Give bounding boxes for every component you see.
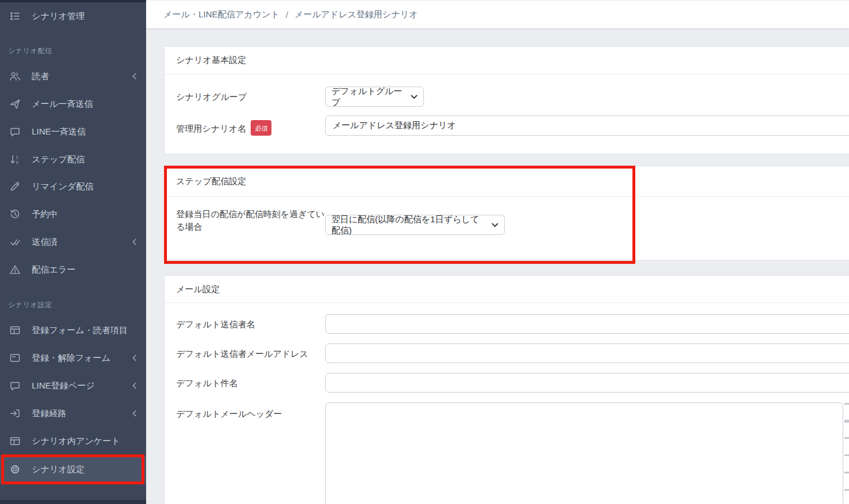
sidebar-bottom-strip [0,500,146,504]
sidebar-item-label: 登録フォーム・読者項目 [32,325,128,336]
sidebar-item-label: 登録経路 [32,408,66,419]
sidebar-item-line-registration-page[interactable]: LINE登録ページ [0,372,146,400]
main-content: メール・LINE配信アカウント / メールアドレス登録用シナリオ シナリオ基本設… [146,0,849,504]
sidebar-item-reminder[interactable]: リマインダ配信 [0,173,146,200]
sidebar-section-settings: シナリオ設定 [8,300,52,310]
breadcrumb: メール・LINE配信アカウント / メールアドレス登録用シナリオ [146,0,849,29]
sidebar-item-scenario-settings[interactable]: シナリオ設定 [0,456,146,483]
sidebar-item-label: メール一斉送信 [32,99,93,110]
svg-text:9: 9 [16,160,18,165]
default-subject-label: デフォルト件名 [176,377,238,390]
sidebar-item-label: 登録・解除フォーム [32,353,110,364]
chevron-left-icon [132,72,137,80]
scenario-name-label-text: 管理用シナリオ名 [176,124,246,133]
comment-icon [9,126,21,137]
pencil-icon [9,181,21,192]
default-subject-input[interactable] [325,373,849,393]
gear-icon [9,464,21,475]
breadcrumb-current: メールアドレス登録用シナリオ [295,9,418,20]
basic-settings-card: シナリオ基本設定 シナリオグループ デフォルトグループ 管理用シナリオ名必須 [164,46,849,154]
default-mail-header-textarea[interactable] [325,402,843,504]
default-mail-header-label: デフォルトメールヘッダー [176,408,282,420]
sidebar-item-readers[interactable]: 読者 [0,62,146,90]
breadcrumb-parent-link[interactable]: メール・LINE配信アカウント [163,9,280,20]
sidebar-item-label: リマインダ配信 [32,181,94,192]
sidebar-item-sent[interactable]: 送信済 [0,228,146,256]
table-icon [9,324,21,336]
scenario-group-label: シナリオグループ [176,91,247,103]
overdue-delivery-label: 登録当日の配信が配信時刻を過ぎている場合 [176,208,326,233]
chevron-down-icon [491,223,498,227]
sidebar-item-label: 送信済 [32,237,58,248]
sidebar-item-register-unregister-form[interactable]: 登録・解除フォーム [0,344,146,372]
edge-dash [844,454,849,456]
users-icon [9,70,21,82]
sidebar-item-line-broadcast[interactable]: LINE一斉送信 [0,118,146,145]
sidebar-item-registration-route[interactable]: 登録経路 [0,400,146,427]
overdue-delivery-select-value: 翌日に配信(以降の配信を1日ずらして配信) [332,214,485,236]
sidebar-item-label: 読者 [32,71,49,82]
edge-dash [844,472,849,473]
paper-plane-icon [9,98,21,110]
comment-icon [9,380,21,391]
breadcrumb-separator: / [286,10,288,20]
default-sender-name-label: デフォルト送信者名 [176,318,255,331]
warning-triangle-icon [9,264,21,275]
history-clock-icon [9,208,21,220]
card-title: シナリオ基本設定 [165,47,849,74]
step-settings-card: ステップ配信設定 登録当日の配信が配信時刻を過ぎている場合 翌日に配信(以降の配… [164,166,849,260]
edge-dash [844,437,849,439]
sidebar-item-label: 予約中 [32,209,58,220]
chevron-left-icon [132,238,137,246]
chevron-left-icon [132,382,137,390]
chevron-down-icon [411,95,418,99]
form-icon [9,352,21,364]
scenario-group-select-value: デフォルトグループ [332,86,404,108]
overdue-delivery-select[interactable]: 翌日に配信(以降の配信を1日ずらして配信) [325,215,505,235]
sidebar-item-label: シナリオ設定 [32,464,84,475]
chevron-left-icon [132,354,137,362]
sidebar-item-registration-form[interactable]: 登録フォーム・読者項目 [0,316,146,344]
sidebar-item-scenario-survey[interactable]: シナリオ内アンケート [0,427,146,455]
table-icon [9,435,21,447]
sidebar-item-label: シナリオ管理 [32,11,84,22]
card-title: メール設定 [165,276,849,303]
card-title: ステップ配信設定 [165,166,849,197]
edge-dash [844,489,849,491]
scenario-name-label: 管理用シナリオ名必須 [176,120,271,136]
chevron-left-icon [132,409,137,417]
scenario-name-input[interactable] [325,115,849,136]
sidebar-item-scenario-management[interactable]: シナリオ管理 [0,2,146,30]
sidebar-item-step-mail[interactable]: 19 ステップ配信 [0,145,146,173]
edge-dash [844,403,849,405]
list-check-icon [9,10,21,22]
edge-dash [844,420,849,423]
check-double-icon [9,236,21,248]
sidebar-item-label: LINE一斉送信 [32,126,85,137]
required-badge: 必須 [251,120,271,136]
sidebar-item-delivery-error[interactable]: 配信エラー [0,256,146,283]
sidebar: シナリオ管理 シナリオ配信 読者 メール一斉送信 LINE一斉送信 19 ステッ… [0,0,146,504]
sort-numeric-down-icon: 19 [9,154,21,165]
scenario-group-select[interactable]: デフォルトグループ [325,87,424,107]
sidebar-section-delivery: シナリオ配信 [8,46,52,56]
mail-settings-card: メール設定 デフォルト送信者名 デフォルト送信者メールアドレス デフォルト件名 … [164,275,849,504]
default-sender-name-input[interactable] [325,314,849,334]
sign-in-icon [9,408,21,419]
sidebar-item-label: シナリオ内アンケート [32,436,120,447]
sidebar-item-mail-broadcast[interactable]: メール一斉送信 [0,90,146,118]
default-sender-email-label: デフォルト送信者メールアドレス [176,348,308,360]
sidebar-item-scheduled[interactable]: 予約中 [0,200,146,228]
sidebar-item-label: LINE登録ページ [32,380,95,391]
sidebar-item-label: 配信エラー [32,264,76,275]
sidebar-item-label: ステップ配信 [32,154,84,165]
default-sender-email-input[interactable] [325,344,849,363]
